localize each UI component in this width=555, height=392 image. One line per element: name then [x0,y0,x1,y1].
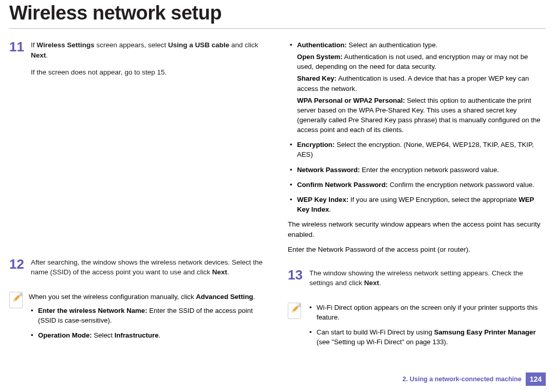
text: and click [229,41,258,49]
footer-chapter: 2. Using a network-connected machine [402,376,521,383]
text: . [379,279,381,287]
label: WEP Key Index: [297,196,348,203]
pencil-icon [291,305,299,313]
text: Select an authentication type. [347,41,438,49]
text: Enter the encryption network password va… [360,166,499,174]
content-columns: 11 If Wireless Settings screen appears, … [0,40,555,352]
label: Authentication: [297,41,347,49]
text: Confirm the encryption network password … [388,181,534,189]
label: Enter the wireless Network Name: [38,307,147,314]
text: . [46,51,48,59]
bold-next: Next [31,51,46,59]
page-footer: 2. Using a network-connected machine 124 [402,372,546,386]
tail-paragraph-2: Enter the Network Password of the access… [288,245,546,255]
bullet-operation-mode: Operation Mode: Select Infrastructure. [29,330,267,340]
pencil-icon [12,294,21,303]
label: Encryption: [297,141,335,148]
bold-easy-printer-manager: Samsung Easy Printer Manager [434,328,536,336]
note-bullets-right: Wi-Fi Direct option appears on the scree… [307,303,546,347]
step-13-body: The window showing the wireless network … [309,268,546,293]
text: . [159,331,161,339]
bold-usb-cable: Using a USB cable [168,41,229,49]
bullet-enter-network-name: Enter the wireless Network Name: Enter t… [29,306,267,325]
note-icon [9,292,23,308]
open-system-line: Open System: Authentication is not used,… [297,52,546,71]
text: . [329,206,331,213]
right-column: Authentication: Select an authentication… [288,40,546,352]
label: Confirm Network Password: [297,181,388,189]
note-body-right: Wi-Fi Direct option appears on the scree… [307,303,546,352]
bold-advanced-setting: Advanced Setting [196,293,253,301]
shared-key-line: Shared Key: Authentication is used. A de… [297,73,546,93]
step-12-text: After searching, the window shows the wi… [31,257,267,277]
bold-wireless-settings: Wireless Settings [36,41,94,49]
step-11-body: If Wireless Settings screen appears, sel… [31,40,267,83]
step-12: 12 After searching, the window shows the… [9,257,267,283]
step-11-line2: If the screen does not appear, go to ste… [31,67,267,78]
bullet-authentication: Authentication: Select an authentication… [288,40,546,135]
right-bullets-top: Authentication: Select an authentication… [288,40,546,214]
step-11: 11 If Wireless Settings screen appears, … [9,40,267,83]
step-number-13: 13 [288,268,309,282]
label: Open System: [297,53,343,61]
bullet-network-password: Network Password: Enter the encryption n… [288,165,546,175]
bold-next: Next [212,268,227,276]
text: (see "Setting up Wi-Fi Direct" on page 1… [317,338,448,346]
bullet-encryption: Encryption: Select the encryption. (None… [288,140,546,159]
step-12-body: After searching, the window shows the wi… [31,257,267,283]
bold-next: Next [364,279,379,287]
text: . [227,268,229,276]
page-number: 124 [526,372,546,386]
note-intro: When you set the wireless configuration … [29,292,267,302]
text: If [31,41,36,49]
step-number-11: 11 [9,40,31,53]
left-column: 11 If Wireless Settings screen appears, … [9,40,267,352]
note-icon [288,303,301,319]
page-title: Wireless network setup [9,2,555,24]
text: If you are using WEP Encryption, select … [348,196,519,203]
step-13-text: The window showing the wireless network … [309,268,546,288]
bullet-wifi-direct-support: Wi-Fi Direct option appears on the scree… [307,303,546,322]
bullet-wep-key-index: WEP Key Index: If you are using WEP Encr… [288,195,546,214]
text: Select [92,331,115,339]
title-divider [9,28,546,29]
label: Network Password: [297,166,360,174]
text: screen appears, select [95,41,168,49]
tail-paragraph-1: The wireless network security window app… [288,219,546,239]
bullet-confirm-network-password: Confirm Network Password: Confirm the en… [288,180,546,190]
step-13: 13 The window showing the wireless netwo… [288,268,546,293]
note-bullets-left: Enter the wireless Network Name: Enter t… [29,306,267,340]
label: Shared Key: [297,74,337,82]
note-body-left: When you set the wireless configuration … [29,292,267,346]
text: Can start to build Wi-Fi Direct by using [317,328,434,336]
note-block-left: When you set the wireless configuration … [9,292,267,346]
text: . [253,293,255,301]
wpa-line: WPA Personal or WPA2 Personal: Select th… [297,96,546,135]
bold-infrastructure: Infrastructure [115,331,159,339]
text: The window showing the wireless network … [309,269,523,287]
bullet-wifi-direct-build: Can start to build Wi-Fi Direct by using… [307,327,546,347]
label: Operation Mode: [38,331,92,339]
note-block-right: Wi-Fi Direct option appears on the scree… [288,303,546,352]
label: WPA Personal or WPA2 Personal: [297,97,405,104]
step-11-line1: If Wireless Settings screen appears, sel… [31,40,267,60]
text: When you set the wireless configuration … [29,293,196,301]
step-number-12: 12 [9,257,31,271]
